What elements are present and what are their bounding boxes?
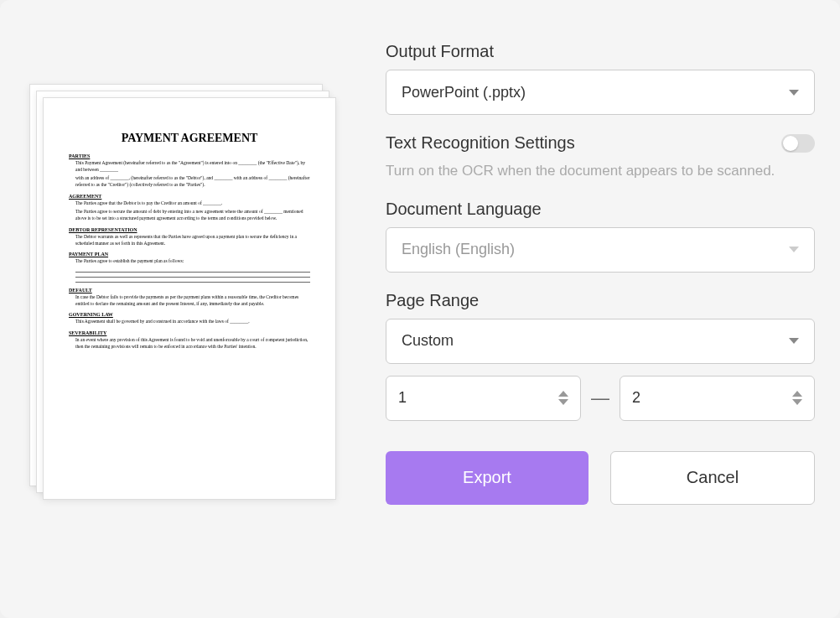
output-format-select[interactable]: PowerPoint (.pptx) (386, 70, 815, 115)
page-range-select[interactable]: Custom (386, 319, 815, 364)
page-range-mode: Custom (402, 332, 454, 350)
spin-up-icon[interactable] (558, 391, 568, 397)
page-range-field: Page Range Custom 1 — 2 (386, 291, 815, 421)
language-field: Document Language English (English) (386, 200, 815, 273)
ocr-field: Text Recognition Settings Turn on the OC… (386, 133, 815, 181)
document-preview: PAYMENT AGREEMENT PARTIES This Payment A… (25, 34, 344, 593)
button-row: Export Cancel (386, 451, 815, 505)
cancel-button[interactable]: Cancel (610, 451, 815, 505)
ocr-toggle[interactable] (781, 134, 815, 153)
language-select[interactable]: English (English) (386, 227, 815, 273)
spin-down-icon[interactable] (792, 399, 802, 405)
page-range-inputs: 1 — 2 (386, 376, 815, 421)
language-label: Document Language (386, 200, 815, 219)
page-from-input[interactable]: 1 (386, 376, 581, 421)
settings-panel: Output Format PowerPoint (.pptx) Text Re… (386, 34, 815, 593)
ocr-label: Text Recognition Settings (386, 133, 575, 153)
range-dash: — (591, 387, 609, 409)
toggle-knob (783, 136, 798, 151)
spinner (558, 391, 568, 405)
page-to-input[interactable]: 2 (620, 376, 815, 421)
page-front: PAYMENT AGREEMENT PARTIES This Payment A… (43, 97, 336, 500)
spin-up-icon[interactable] (792, 391, 802, 397)
export-button[interactable]: Export (386, 451, 589, 505)
chevron-down-icon (789, 247, 799, 252)
output-format-label: Output Format (386, 42, 815, 61)
output-format-field: Output Format PowerPoint (.pptx) (386, 42, 815, 115)
ocr-hint: Turn on the OCR when the document appear… (386, 161, 815, 181)
page-range-label: Page Range (386, 291, 815, 310)
export-dialog: PAYMENT AGREEMENT PARTIES This Payment A… (0, 0, 840, 618)
output-format-value: PowerPoint (.pptx) (402, 84, 526, 101)
spin-down-icon[interactable] (558, 399, 568, 405)
spinner (792, 391, 802, 405)
language-value: English (English) (402, 241, 515, 258)
chevron-down-icon (789, 338, 799, 344)
page-stack: PAYMENT AGREEMENT PARTIES This Payment A… (29, 84, 340, 495)
chevron-down-icon (789, 90, 799, 96)
page-from-value: 1 (398, 389, 407, 407)
doc-title: PAYMENT AGREEMENT (69, 132, 310, 145)
page-to-value: 2 (632, 389, 640, 407)
